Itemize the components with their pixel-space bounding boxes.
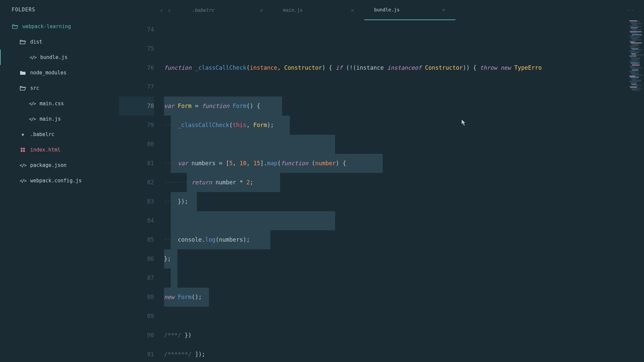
- code-file-icon: </>: [30, 54, 36, 61]
- tree-item-label: main.css: [40, 101, 64, 107]
- code-line: ····console.log(numbers);: [164, 230, 644, 249]
- line-gutter: 747576777879808182838485868788899091: [119, 20, 164, 362]
- line-number: 83: [119, 192, 154, 211]
- code-line: /***/ }): [164, 326, 644, 345]
- tree-item-src[interactable]: src: [0, 80, 119, 96]
- line-number: 87: [119, 268, 154, 288]
- tab-bar: ‹ › .babelrc×main.js×bundle.js× ⋮: [119, 0, 644, 20]
- minimap[interactable]: [628, 20, 644, 362]
- nav-forward-icon[interactable]: ›: [167, 6, 171, 14]
- selection-highlight: [171, 211, 335, 230]
- folder-closed-icon: [19, 69, 26, 76]
- tree-item-webpack-learning[interactable]: webpack-learning: [0, 19, 119, 34]
- tree-item-label: webpack-learning: [22, 23, 71, 29]
- folder-open-icon: [19, 85, 26, 92]
- code-line: [164, 268, 644, 288]
- line-number: 86: [119, 249, 154, 268]
- close-icon[interactable]: ×: [260, 7, 263, 13]
- code-line: [164, 77, 644, 97]
- code-area[interactable]: function _classCallCheck(instance, Const…: [164, 20, 644, 362]
- tree-item-label: main.js: [40, 116, 61, 122]
- tree-item-bundle-js[interactable]: </>bundle.js: [0, 50, 119, 65]
- tree-item-label: .babelrc: [30, 131, 54, 137]
- code-line: [164, 135, 644, 154]
- tree-item-label: index.html: [30, 147, 60, 153]
- tree-item-main-js[interactable]: </>main.js: [0, 111, 119, 127]
- line-number: 90: [119, 326, 154, 345]
- folder-open-icon: [12, 23, 18, 30]
- line-number: 89: [119, 307, 154, 326]
- code-file-icon: </>: [29, 100, 36, 107]
- tree-item-dist[interactable]: dist: [0, 34, 119, 50]
- code-line: [164, 211, 644, 230]
- close-icon[interactable]: ×: [351, 7, 354, 13]
- svg-rect-0: [21, 148, 22, 149]
- file-tree: webpack-learningdist</>bundle.jsnode_mod…: [0, 19, 119, 188]
- code-file-icon: </>: [19, 177, 26, 184]
- selection-highlight: [171, 135, 335, 154]
- code-line: [164, 20, 644, 39]
- tab-bundle-js[interactable]: bundle.js×: [364, 0, 455, 20]
- code-line: ····var numbers = [5, 10, 15].map(functi…: [164, 154, 644, 173]
- code-line: [164, 39, 644, 58]
- line-number: 85: [119, 230, 154, 249]
- tree-item-index-html[interactable]: index.html: [0, 142, 119, 158]
- star-icon: ✱: [19, 131, 26, 138]
- line-number: 88: [119, 288, 154, 307]
- code-line: var Form = function Form() {: [164, 97, 644, 116]
- tree-item-label: webpack.config.js: [30, 178, 82, 184]
- line-number: 84: [119, 211, 154, 230]
- tab-label: bundle.js: [374, 7, 400, 12]
- tree-item-package-json[interactable]: </>package.json: [0, 158, 119, 173]
- tree-item-node-modules[interactable]: node_modules: [0, 65, 119, 80]
- tab-main-js[interactable]: main.js×: [273, 0, 364, 20]
- line-number: 78: [119, 97, 154, 116]
- code-line: ····});: [164, 192, 644, 211]
- svg-rect-1: [23, 148, 25, 149]
- tab--babelrc[interactable]: .babelrc×: [182, 0, 273, 20]
- code-line: /******/ ]);: [164, 345, 644, 362]
- line-number: 74: [119, 20, 154, 39]
- line-number: 80: [119, 135, 154, 154]
- html-file-icon: [19, 146, 26, 153]
- nav-arrows: ‹ ›: [119, 6, 182, 14]
- tree-item-label: package.json: [30, 162, 66, 168]
- sidebar-title: FOLDERS: [0, 7, 119, 19]
- code-line: ····_classCallCheck(this, Form);: [164, 116, 644, 135]
- code-line: [164, 307, 644, 326]
- line-number: 77: [119, 77, 154, 97]
- tree-item-webpack-config-js[interactable]: </>webpack.config.js: [0, 173, 119, 188]
- code-line: new Form();: [164, 288, 644, 307]
- tabs: .babelrc×main.js×bundle.js×: [182, 0, 627, 20]
- code-file-icon: </>: [29, 116, 36, 122]
- close-icon[interactable]: ×: [442, 7, 445, 13]
- svg-rect-2: [21, 150, 22, 152]
- tree-item--babelrc[interactable]: ✱.babelrc: [0, 127, 119, 142]
- code-editor[interactable]: 747576777879808182838485868788899091 fun…: [119, 20, 644, 362]
- code-line: };: [164, 249, 644, 268]
- code-line: ········return number * 2;: [164, 173, 644, 192]
- line-number: 79: [119, 116, 154, 135]
- tree-item-label: dist: [30, 39, 42, 45]
- main-area: ‹ › .babelrc×main.js×bundle.js× ⋮ 747576…: [119, 0, 644, 362]
- kebab-menu-icon[interactable]: ⋮: [627, 7, 644, 13]
- nav-back-icon[interactable]: ‹: [159, 6, 164, 14]
- tree-item-main-css[interactable]: </>main.css: [0, 96, 119, 111]
- tab-label: main.js: [283, 7, 303, 13]
- line-number: 81: [119, 154, 154, 173]
- line-number: 76: [119, 58, 154, 77]
- tree-item-label: src: [30, 85, 39, 91]
- code-file-icon: </>: [19, 162, 26, 169]
- tree-item-label: node_modules: [30, 70, 66, 76]
- line-number: 91: [119, 345, 154, 362]
- folder-sidebar: FOLDERS webpack-learningdist</>bundle.js…: [0, 0, 119, 362]
- line-number: 75: [119, 39, 154, 58]
- selection-highlight: [171, 268, 177, 288]
- tree-item-label: bundle.js: [40, 54, 67, 60]
- line-number: 82: [119, 173, 154, 192]
- svg-rect-3: [23, 150, 25, 152]
- folder-open-icon: [19, 39, 26, 45]
- tab-label: .babelrc: [192, 7, 214, 13]
- code-line: function _classCallCheck(instance, Const…: [164, 58, 644, 77]
